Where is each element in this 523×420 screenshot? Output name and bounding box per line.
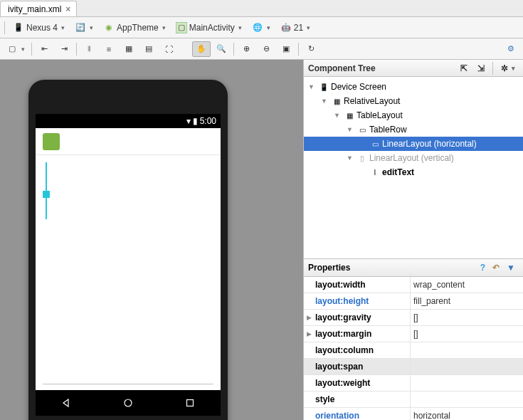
seekbar-thumb[interactable] [43, 191, 50, 198]
wifi-icon: ▾ [186, 116, 191, 126]
hand-btn[interactable]: ✋ [192, 41, 211, 57]
globe-icon: 🌐 [252, 22, 263, 33]
expand-arrow-icon[interactable]: ▼ [334, 112, 342, 119]
align-right-btn[interactable]: ⇥ [55, 41, 73, 57]
property-row[interactable]: layout:column [304, 342, 523, 359]
tree-label: LinearLayout (vertical) [369, 153, 454, 163]
tree-label: Device Screen [331, 82, 386, 92]
property-value[interactable]: fill_parent [410, 293, 523, 309]
close-icon[interactable]: × [65, 4, 70, 14]
tree-node[interactable]: ▼📱Device Screen [304, 80, 523, 94]
property-value[interactable]: horizontal [410, 408, 523, 420]
property-row[interactable]: ▶layout:gravity[] [304, 310, 523, 326]
nav-recent-icon[interactable] [183, 396, 197, 410]
activity-select[interactable]: ▢ MainActivity [172, 20, 245, 36]
phone-icon: 📱 [13, 22, 24, 33]
navigation-bar [36, 390, 221, 416]
help-btn[interactable]: ? [477, 261, 489, 275]
theme-label: AppTheme [117, 23, 159, 33]
dist-v-btn[interactable]: ≡ [100, 41, 118, 57]
property-row[interactable]: ▶layout:margin[] [304, 326, 523, 342]
tree-node[interactable]: ▼▦RelativeLayout [304, 94, 523, 108]
zoom-in-btn[interactable]: ⊕ [237, 41, 255, 57]
undo-btn[interactable]: ↶ [489, 261, 503, 275]
property-row[interactable]: layout:span [304, 359, 523, 375]
expand-arrow-icon[interactable]: ▼ [347, 154, 355, 162]
property-value[interactable] [410, 342, 523, 358]
component-tree-header: Component Tree ⇱ ⇲ ✲ [304, 60, 523, 77]
device-label: Nexus 4 [26, 23, 58, 33]
app-icon [43, 133, 60, 150]
tree-expand-btn[interactable]: ⇲ [474, 61, 488, 75]
filter-btn[interactable]: ▼ [503, 261, 519, 275]
tree-label: RelativeLayout [344, 96, 400, 106]
refresh-btn[interactable]: ↻ [302, 41, 320, 57]
theme-icon: ◉ [103, 22, 115, 33]
design-toolbar: 📱 Nexus 4 🔄 ◉ AppTheme ▢ MainActivity 🌐 … [0, 17, 523, 38]
tree-collapse-btn[interactable]: ⇱ [457, 61, 471, 75]
align-left-btn[interactable]: ⇤ [35, 41, 53, 57]
device-select[interactable]: 📱 Nexus 4 [9, 20, 68, 36]
component-icon: ▦ [344, 110, 355, 121]
expand-arrow-icon[interactable]: ▶ [304, 314, 314, 321]
property-value[interactable] [410, 375, 523, 391]
svg-rect-1 [186, 400, 193, 406]
nav-home-icon[interactable] [121, 396, 135, 410]
properties-header: Properties ? ↶ ▼ [304, 258, 523, 277]
tree-gear-btn[interactable]: ✲ [497, 61, 519, 75]
design-canvas[interactable]: ▾ ▮ 5:00 [0, 60, 304, 420]
property-value[interactable]: [] [410, 310, 523, 325]
component-icon: ▦ [331, 95, 342, 107]
property-row[interactable]: layout:widthwrap_content [304, 277, 523, 293]
zoom-out-btn[interactable]: ⊖ [257, 41, 275, 57]
expand-arrow-icon[interactable]: ▶ [304, 330, 314, 337]
property-value[interactable] [410, 392, 523, 407]
orientation-select[interactable]: 🔄 [71, 20, 97, 36]
expand-arrow-icon[interactable]: ▼ [308, 83, 317, 90]
property-value[interactable]: [] [410, 326, 523, 342]
tree-label: LinearLayout (horizontal) [382, 139, 477, 149]
property-value[interactable]: wrap_content [410, 277, 523, 293]
property-name: orientation [314, 411, 410, 420]
tree-node[interactable]: ▼▯LinearLayout (vertical) [304, 151, 523, 165]
grid-btn[interactable]: ▦ [120, 41, 138, 57]
grid2-btn[interactable]: ▤ [139, 41, 158, 57]
property-row[interactable]: layout:weight [304, 375, 523, 392]
tree-node[interactable]: ▭LinearLayout (horizontal) [304, 137, 523, 151]
layout-toolbar: ▢ ⇤ ⇥ ⫴ ≡ ▦ ▤ ⛶ ✋ 🔍 ⊕ ⊖ ▣ ↻ ⚙ [0, 38, 523, 60]
layout-preview[interactable] [36, 155, 221, 390]
theme-select[interactable]: ◉ AppTheme [100, 20, 169, 36]
api-select[interactable]: 🤖 21 [277, 20, 314, 36]
viewport-btn[interactable]: ▢ [3, 41, 28, 57]
viewport-icon: ▢ [6, 43, 18, 55]
tree-node[interactable]: IeditText [304, 165, 523, 179]
zoom-reset-btn[interactable]: 🔍 [212, 41, 231, 57]
expand-btn[interactable]: ⛶ [159, 41, 178, 57]
nav-back-icon[interactable] [59, 396, 73, 410]
activity-label: MainActivity [189, 23, 235, 33]
svg-point-0 [125, 399, 132, 406]
property-value[interactable] [410, 359, 523, 374]
properties-table[interactable]: layout:widthwrap_contentlayout:heightfil… [304, 277, 523, 420]
dist-h-btn[interactable]: ⫴ [80, 41, 98, 57]
tree-label: editText [382, 167, 414, 177]
property-row[interactable]: style [304, 392, 523, 408]
property-row[interactable]: orientationhorizontal [304, 408, 523, 420]
component-icon: I [369, 167, 381, 178]
tree-node[interactable]: ▼▭TableRow [304, 122, 523, 137]
seekbar[interactable] [46, 162, 47, 219]
editor-tab[interactable]: ivity_main.xml × [0, 1, 77, 16]
locale-select[interactable]: 🌐 [248, 20, 274, 36]
expand-arrow-icon[interactable]: ▼ [321, 98, 329, 105]
expand-arrow-icon[interactable]: ▼ [347, 126, 355, 133]
settings-btn[interactable]: ⚙ [502, 41, 520, 57]
panel-title: Properties [308, 263, 350, 273]
property-name: layout:gravity [314, 313, 410, 322]
component-tree[interactable]: ▼📱Device Screen▼▦RelativeLayout▼▦TableLa… [304, 77, 523, 258]
tree-node[interactable]: ▼▦TableLayout [304, 108, 523, 122]
orientation-icon: 🔄 [75, 22, 86, 33]
android-icon: 🤖 [280, 22, 292, 33]
property-row[interactable]: layout:heightfill_parent [304, 293, 523, 310]
zoom-fit-btn[interactable]: ▣ [277, 41, 295, 57]
property-name: style [314, 394, 410, 404]
